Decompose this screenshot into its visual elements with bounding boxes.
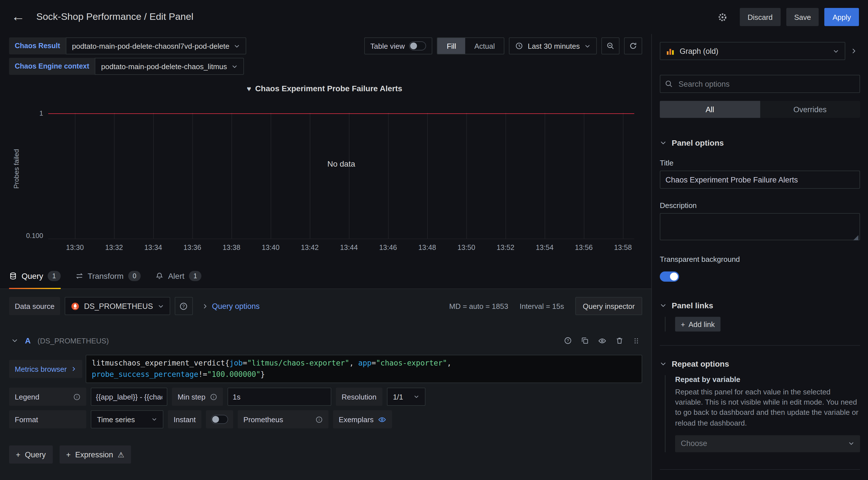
collapse-sidebar-chevron-icon[interactable] bbox=[847, 42, 860, 60]
question-circle-icon: ? bbox=[179, 302, 188, 310]
gridline bbox=[349, 113, 349, 239]
title-field-label: Title bbox=[660, 159, 860, 167]
query-expression-row: Metrics browser litmuschaos_experiment_v… bbox=[9, 355, 642, 383]
transparent-background-toggle[interactable] bbox=[660, 271, 679, 282]
format-dropdown[interactable]: Time series bbox=[91, 410, 163, 428]
panel-title-input[interactable] bbox=[660, 171, 860, 189]
gridline bbox=[388, 113, 389, 239]
query-options-collapsible[interactable]: Query options bbox=[202, 302, 259, 310]
variable-value-dropdown[interactable]: podtato-main-pod-delete-chaos_litmus bbox=[95, 58, 244, 75]
panel-view-controls: Table view Fill Actual Last 30 minutes bbox=[364, 37, 642, 55]
panel-title-bar[interactable]: ♥ Chaos Experiment Probe Failure Alerts bbox=[11, 81, 638, 95]
promql-expression[interactable]: litmuschaos_experiment_verdict{job="litm… bbox=[86, 355, 643, 383]
resize-handle[interactable] bbox=[853, 235, 858, 240]
x-tick-label: 13:56 bbox=[575, 244, 593, 252]
clock-icon bbox=[515, 42, 523, 50]
tab-all[interactable]: All bbox=[660, 101, 760, 118]
tab-transform[interactable]: Transform 0 bbox=[75, 263, 141, 288]
info-icon[interactable]: i bbox=[315, 416, 323, 423]
apply-button[interactable]: Apply bbox=[825, 8, 859, 26]
tab-overrides[interactable]: Overrides bbox=[760, 101, 860, 118]
fill-button[interactable]: Fill bbox=[438, 38, 465, 54]
interval-info: Interval = 15s bbox=[520, 302, 564, 310]
x-tick-label: 13:36 bbox=[184, 244, 202, 252]
repeat-by-variable-label: Repeat by variable bbox=[675, 375, 860, 384]
resolution-dropdown[interactable]: 1/1 bbox=[386, 388, 425, 406]
metrics-browser-button[interactable]: Metrics browser bbox=[9, 360, 82, 378]
query-row-header[interactable]: A (DS_PROMETHEUS) ? bbox=[9, 332, 642, 349]
tab-query[interactable]: Query 1 bbox=[9, 263, 60, 288]
options-tabs: All Overrides bbox=[660, 101, 860, 118]
time-range-picker[interactable]: Last 30 minutes bbox=[509, 37, 597, 55]
refresh-icon bbox=[629, 42, 637, 50]
settings-gear-icon[interactable] bbox=[714, 9, 731, 25]
repeat-options-header[interactable]: Repeat options bbox=[660, 359, 860, 368]
divider bbox=[660, 469, 860, 470]
gridline bbox=[427, 113, 428, 239]
panel-options-header[interactable]: Panel options bbox=[660, 138, 860, 147]
query-stats: MD = auto = 1853 Interval = 15s Query in… bbox=[449, 297, 643, 315]
save-button[interactable]: Save bbox=[786, 8, 819, 26]
grafana-edit-panel: ← Sock-Shop Performance / Edit Panel Dis… bbox=[0, 0, 868, 480]
search-options-input[interactable] bbox=[660, 75, 860, 93]
add-expression-button[interactable]: + Expression ⚠ bbox=[59, 445, 131, 464]
metrics-browser-label: Metrics browser bbox=[15, 365, 67, 373]
panel-description-textarea[interactable] bbox=[660, 213, 860, 240]
chevron-down-icon bbox=[413, 394, 419, 400]
refresh-button[interactable] bbox=[624, 37, 642, 55]
info-icon[interactable]: i bbox=[210, 393, 217, 400]
time-range-label: Last 30 minutes bbox=[528, 42, 580, 50]
x-tick-label: 13:34 bbox=[144, 244, 162, 252]
table-view-toggle[interactable] bbox=[409, 41, 426, 50]
chevron-down-icon bbox=[152, 416, 157, 422]
legend-input[interactable] bbox=[91, 388, 167, 406]
query-inspector-button[interactable]: Query inspector bbox=[575, 297, 642, 315]
add-query-button[interactable]: + Query bbox=[9, 445, 53, 464]
plot-area[interactable]: 1 0.100 No data bbox=[48, 113, 634, 239]
table-view-label: Table view bbox=[370, 42, 405, 50]
tab-alert[interactable]: Alert 1 bbox=[155, 263, 202, 288]
format-field-label: Format bbox=[9, 410, 86, 428]
plus-icon: + bbox=[66, 450, 71, 459]
x-tick-label: 13:58 bbox=[614, 244, 632, 252]
datasource-help-button[interactable]: ? bbox=[175, 297, 193, 315]
chevron-down-icon bbox=[660, 302, 666, 309]
datasource-picker[interactable]: DS_PROMETHEUS bbox=[65, 297, 170, 315]
variable-value-dropdown[interactable]: podtato-main-pod-delete-chaosnl7vd-pod-d… bbox=[66, 37, 247, 55]
y-tick-label: 1 bbox=[39, 110, 48, 117]
delete-query-trash-icon[interactable] bbox=[616, 337, 623, 345]
zoom-out-button[interactable] bbox=[601, 37, 620, 55]
variable-chaos-result: Chaos Result podtato-main-pod-delete-cha… bbox=[9, 37, 247, 55]
exemplars-eye-icon[interactable] bbox=[378, 415, 386, 423]
back-arrow-icon[interactable]: ← bbox=[9, 8, 31, 26]
x-tick-label: 13:42 bbox=[301, 244, 319, 252]
table-view-control[interactable]: Table view bbox=[364, 37, 433, 55]
min-step-input[interactable] bbox=[227, 388, 331, 406]
drag-handle-icon[interactable] bbox=[632, 337, 640, 344]
chevron-down-icon[interactable] bbox=[11, 337, 18, 344]
instant-toggle[interactable] bbox=[211, 415, 228, 424]
fill-actual-segment: Fill Actual bbox=[437, 37, 505, 55]
tab-label: Query bbox=[22, 271, 43, 280]
panel-links-header[interactable]: Panel links bbox=[660, 301, 860, 310]
x-tick-label: 13:52 bbox=[497, 244, 515, 252]
gridline bbox=[466, 113, 467, 239]
actual-button[interactable]: Actual bbox=[465, 38, 504, 54]
panel-links-content: + Add link bbox=[665, 317, 860, 332]
chevron-down-icon bbox=[660, 361, 666, 367]
discard-button[interactable]: Discard bbox=[740, 8, 781, 26]
disable-query-eye-icon[interactable] bbox=[598, 336, 607, 345]
repeat-variable-select[interactable]: Choose bbox=[675, 435, 860, 452]
repeat-options-content: Repeat by variable Repeat this panel for… bbox=[665, 375, 860, 452]
transform-arrows-icon bbox=[75, 272, 83, 280]
add-link-button[interactable]: + Add link bbox=[675, 317, 720, 332]
gridline bbox=[310, 113, 310, 239]
query-row-actions: ? bbox=[564, 336, 640, 345]
visualization-name: Graph (old) bbox=[680, 47, 718, 55]
help-icon[interactable]: ? bbox=[564, 337, 572, 345]
resolution-field-label: Resolution bbox=[336, 388, 382, 406]
duplicate-query-icon[interactable] bbox=[581, 337, 589, 345]
visualization-picker[interactable]: Graph (old) bbox=[660, 42, 845, 60]
info-icon[interactable]: i bbox=[73, 393, 81, 400]
legend-field-label: Legend i bbox=[9, 388, 86, 406]
